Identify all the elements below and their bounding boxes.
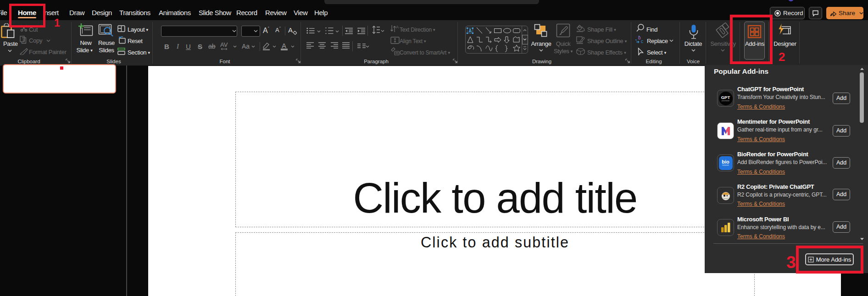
svg-text:A: A <box>468 28 472 33</box>
svg-text:c: c <box>641 39 643 44</box>
svg-text:A: A <box>396 25 399 29</box>
